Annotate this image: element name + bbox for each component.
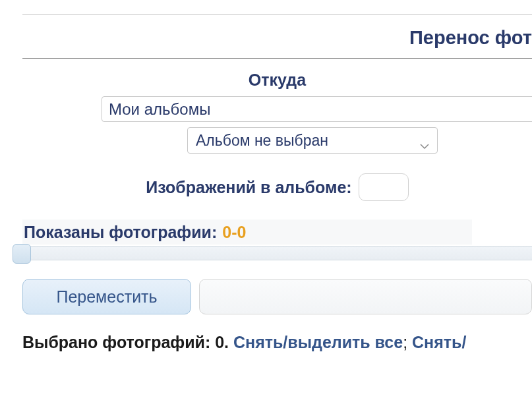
toggle-all-link[interactable]: Снять/выделить все: [233, 333, 403, 351]
secondary-button[interactable]: [199, 279, 532, 314]
move-button-label: Переместить: [56, 287, 157, 307]
my-albums-input[interactable]: Мои альбомы: [102, 96, 532, 122]
photo-slider[interactable]: [13, 246, 532, 260]
album-select[interactable]: Альбом не выбран: [187, 127, 438, 154]
toggle-partial-link[interactable]: Снять/: [412, 333, 466, 351]
shown-photos-range: 0-0: [222, 223, 246, 242]
divider-mid: [22, 58, 532, 59]
link-separator: ;: [403, 333, 412, 351]
source-label: Откуда: [22, 71, 532, 90]
page-title: Перенос фот: [22, 27, 532, 49]
chevron-down-icon: [420, 136, 429, 145]
divider-top: [22, 15, 532, 15]
shown-photos-label: Показаны фотографии:: [24, 223, 217, 242]
shown-photos-row: Показаны фотографии: 0-0: [22, 220, 472, 245]
selected-count-label: Выбрано фотографий:: [22, 333, 215, 351]
selected-count-value: 0: [215, 333, 224, 351]
selected-period: .: [224, 333, 233, 351]
my-albums-text: Мои альбомы: [109, 100, 210, 119]
slider-thumb[interactable]: [13, 244, 31, 264]
move-button[interactable]: Переместить: [22, 279, 191, 314]
album-select-text: Альбом не выбран: [196, 132, 328, 150]
images-count-value: [359, 173, 409, 201]
images-count-label: Изображений в альбоме:: [146, 178, 351, 197]
selection-status: Выбрано фотографий: 0. Снять/выделить вс…: [22, 333, 532, 352]
